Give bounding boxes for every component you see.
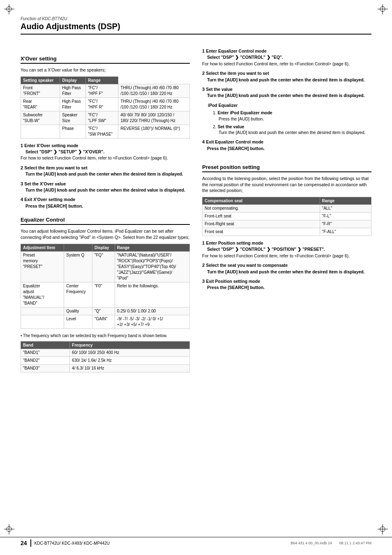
- doc-title: Audio Adjustments (DSP): [21, 22, 371, 35]
- eq-row3-display: "Q": [92, 307, 115, 315]
- reg-mark-tl: [4, 4, 14, 14]
- band-col-freq: Frequency: [70, 341, 190, 349]
- preset-intro: According to the listening position, sel…: [202, 176, 371, 194]
- xover-row2-display2: "FC"/"HPF R": [86, 97, 118, 111]
- xover-row4-speaker: [21, 125, 60, 138]
- eq-table: Adjustment Item Display Range Presetmemo…: [21, 244, 190, 329]
- page-number: 24: [21, 540, 27, 546]
- xover-section: X'Over setting You can set a X'Over valu…: [21, 56, 190, 209]
- band-row1-band: "BAND1": [21, 349, 70, 356]
- xover-steps: 1 Enter X'Over setting mode Select "DSP"…: [21, 143, 190, 210]
- eq-step1: 1 Enter Equalizer Control mode Select "D…: [202, 48, 371, 67]
- xover-step3: 3 Set the X'Over value Turn the [AUD] kn…: [21, 181, 190, 194]
- xover-row4-display: Phase: [60, 125, 86, 138]
- equalizer-section: Equalizer Control You can adjust followi…: [21, 217, 190, 372]
- footer-models: KDC-BT742U/ KDC-X493/ KDC-MP442U: [35, 541, 110, 546]
- eq-row4-sub: Level: [64, 315, 92, 328]
- band-col-band: Band: [21, 341, 70, 349]
- table-row: "BAND2" 630/ 1k/ 1.6k/ 2.5k Hz: [21, 356, 190, 364]
- eq-ipod-section: iPod Equalizer 1. Enter iPod Equalizer m…: [208, 102, 371, 136]
- eq-row3-sub: Quality: [64, 307, 92, 315]
- preset-col-seat: Compensation seat: [203, 197, 320, 205]
- preset-col-range: Range: [320, 197, 371, 205]
- table-row: Level "GAIN" -9/ -7/ -5/ -3/ -2/ -1/ 0/ …: [21, 315, 190, 328]
- xover-intro: You can set a X'Over value for the speak…: [21, 67, 190, 73]
- table-row: Front seat "F-ALL": [203, 228, 371, 236]
- eq-steps: 1 Enter Equalizer Control mode Select "D…: [202, 48, 371, 152]
- xover-row1-range: THRU (Through) /40 /60 /70 /80/100 /120 …: [118, 84, 190, 97]
- table-row: Quality "Q" 0.25/ 0.50/ 1.00/ 2.00: [21, 307, 190, 315]
- footer-timestamp: 08.11.1 2:43:47 PM: [339, 541, 371, 545]
- eq-col-range: Range: [115, 244, 189, 251]
- reg-mark-br: [378, 524, 388, 534]
- xover-row4-range: REVERSE (180°)/ NORMAL (0°): [118, 125, 190, 138]
- eq-row1-item: Presetmemory"PRESET": [21, 251, 64, 282]
- xover-step1: 1 Enter X'Over setting mode Select "DSP"…: [21, 143, 190, 162]
- footer-divider: [30, 539, 31, 547]
- xover-row3-range: 40/ 60/ 70/ 80/ 100/ 120/150 /180/ 220/ …: [118, 111, 190, 125]
- table-row: "BAND3" 4/ 6.3/ 10/ 16 kHz: [21, 364, 190, 372]
- ipod-substep2: 2. Set the value Turn the [AUD] knob and…: [213, 124, 371, 136]
- page: Function of KDC-BT742U Audio Adjustments…: [0, 0, 392, 555]
- table-row: Front-Left seat "F-L": [203, 213, 371, 220]
- left-column: X'Over setting You can set a X'Over valu…: [21, 48, 190, 377]
- xover-step2: 2 Select the item you want to set Turn t…: [21, 165, 190, 178]
- xover-col-range: Range: [86, 76, 118, 84]
- eq-row3-item: [21, 307, 64, 315]
- eq-row4-item: [21, 315, 64, 328]
- doc-header: Function of KDC-BT742U Audio Adjustments…: [21, 16, 371, 42]
- eq-col-sub: [64, 244, 92, 251]
- preset-row4-seat: Front seat: [203, 228, 320, 236]
- reg-mark-bl: [4, 524, 14, 534]
- preset-heading: Preset position setting: [202, 164, 371, 172]
- reg-mark-tr: [378, 4, 388, 14]
- table-row: Presetmemory"PRESET" System Q "FQ" "NATU…: [21, 251, 190, 282]
- eq-col-display: Display: [92, 244, 115, 251]
- eq-step4: 4 Exit Equalizer Control mode Press the …: [202, 139, 371, 152]
- xover-row2-speaker: Rear"REAR": [21, 97, 60, 111]
- preset-step1: 1 Enter Position setting mode Select "DS…: [202, 240, 371, 259]
- eq-row2-range: Refer to the followings.: [115, 282, 189, 307]
- xover-row3-speaker: Subwoofer"SUB-W": [21, 111, 60, 125]
- eq-row4-display: "GAIN": [92, 315, 115, 328]
- xover-row1-display: High PassFilter: [60, 84, 86, 97]
- table-row: Rear"REAR" High PassFilter "FC"/"HPF R" …: [21, 97, 190, 111]
- eq-row2-item: Equalizeradjust"MANUAL"/"BAND": [21, 282, 64, 307]
- xover-row2-display: High PassFilter: [60, 97, 86, 111]
- band-table: Band Frequency "BAND1" 60/ 100/ 160/ 250…: [21, 341, 190, 372]
- preset-row3-seat: Front-Right seat: [203, 220, 320, 228]
- eq-step2: 2 Select the item you want to set Turn t…: [202, 70, 371, 83]
- xover-step4: 4 Exit X'Over setting mode Press the [SE…: [21, 197, 190, 209]
- eq-row2-display: "F0": [92, 282, 115, 307]
- xover-table: Setting speaker Display Range Front"FRON…: [21, 76, 190, 139]
- band-row3-freq: 4/ 6.3/ 10/ 16 kHz: [70, 364, 190, 372]
- eq-col-item: Adjustment Item: [21, 244, 64, 251]
- eq-row2-sub: CenterFrequency: [64, 282, 92, 307]
- two-column-layout: X'Over setting You can set a X'Over valu…: [21, 48, 371, 377]
- eq-steps-section: 1 Enter Equalizer Control mode Select "D…: [202, 48, 371, 152]
- band-row3-band: "BAND3": [21, 364, 70, 372]
- page-footer: 24 KDC-BT742U/ KDC-X493/ KDC-MP442U B64 …: [0, 537, 392, 547]
- xover-row3-display: SpeakerSize: [60, 111, 86, 125]
- table-row: Subwoofer"SUB-W" SpeakerSize "FC"/"LPF S…: [21, 111, 190, 125]
- table-row: "BAND1" 60/ 100/ 160/ 250/ 400 Hz: [21, 349, 190, 356]
- equalizer-heading: Equalizer Control: [21, 217, 190, 225]
- xover-heading: X'Over setting: [21, 56, 190, 64]
- preset-row3-range: "F-R": [320, 220, 371, 228]
- band-row2-band: "BAND2": [21, 356, 70, 364]
- preset-table: Compensation seat Range Not compensating…: [202, 197, 371, 236]
- xover-col-speaker: Setting speaker: [21, 76, 60, 84]
- preset-row1-range: "ALL": [320, 205, 371, 213]
- band-row1-freq: 60/ 100/ 160/ 250/ 400 Hz: [70, 349, 190, 356]
- preset-section: Preset position setting According to the…: [202, 164, 371, 291]
- table-row: Front"FRONT" High PassFilter "FC"/"HPF F…: [21, 84, 190, 97]
- footer-file-info: B64 431 4 00_00.indb 24 08.11.1 2:43:47 …: [291, 541, 371, 545]
- footer-file: B64 431 4 00_00.indb 24: [291, 541, 332, 545]
- eq-row1-range: "NATURAL"(Natural)/"USER"/"ROCK"(Rock)/"…: [115, 251, 189, 282]
- ipod-substep1: 1. Enter iPod Equalizer mode Press the […: [213, 110, 371, 122]
- preset-row2-range: "F-L": [320, 213, 371, 220]
- doc-subtitle: Function of KDC-BT742U: [21, 16, 371, 21]
- xover-row1-speaker: Front"FRONT": [21, 84, 60, 97]
- eq-row1-sub: System Q: [64, 251, 92, 282]
- band-row2-freq: 630/ 1k/ 1.6k/ 2.5k Hz: [70, 356, 190, 364]
